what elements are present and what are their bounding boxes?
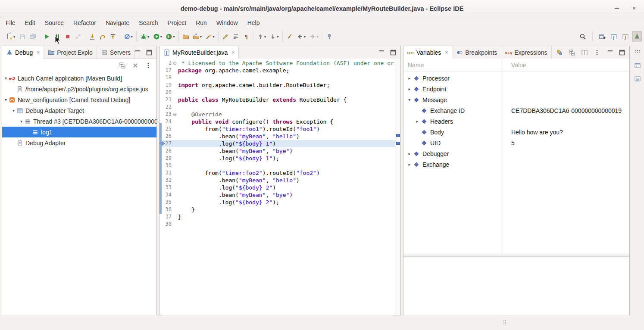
dropdown-arrow-icon[interactable]: ▾: [160, 34, 163, 39]
code-line-25[interactable]: 25 from("timer:foo1").routeId("foo1"): [159, 125, 395, 133]
menu-window[interactable]: Window: [212, 17, 243, 28]
code-line-33[interactable]: 33 .log("${body} 2"): [159, 184, 395, 191]
show-whitespace-button[interactable]: ¶: [241, 31, 251, 42]
dropdown-arrow-icon[interactable]: ▾: [147, 34, 150, 39]
close-icon[interactable]: ×: [445, 50, 448, 56]
terminate-button[interactable]: [63, 31, 72, 42]
view-menu-button[interactable]: [593, 49, 601, 56]
menu-source[interactable]: Source: [40, 17, 69, 28]
close-button[interactable]: ×: [628, 3, 640, 14]
last-edit-button[interactable]: [285, 31, 294, 42]
step-into-button[interactable]: [88, 31, 97, 42]
code-line-26[interactable]: 26 .bean("myBean", "hello"): [159, 133, 395, 140]
run-button[interactable]: ▾: [152, 31, 164, 42]
code-line-28[interactable]: 28 .bean("myBean", "bye"): [159, 147, 395, 155]
menu-search[interactable]: Search: [134, 17, 163, 28]
tree-item-lauch-camel-application-maven-[interactable]: ▾m2Lauch Camel application [Maven Build]: [2, 73, 156, 84]
coverage-button[interactable]: ▾: [164, 31, 176, 42]
minimize-view-button[interactable]: [134, 49, 141, 56]
expander-icon[interactable]: ▸: [414, 119, 421, 124]
dropdown-arrow-icon[interactable]: ▾: [173, 34, 175, 39]
view-menu-button[interactable]: [144, 62, 152, 69]
code-line-30[interactable]: 30: [159, 162, 395, 169]
fold-plus-icon[interactable]: ⊕: [172, 59, 178, 67]
dropdown-arrow-icon[interactable]: ▾: [200, 34, 202, 39]
javaee-perspective-button[interactable]: J: [621, 31, 630, 42]
variable-row-message[interactable]: ▾Message: [403, 94, 629, 105]
import-button[interactable]: ▾: [191, 31, 203, 42]
disconnect-button[interactable]: [73, 31, 83, 42]
overview-ruler[interactable]: [395, 59, 400, 315]
code-line-31[interactable]: 31 from("timer:foo2").routeId("foo2"): [159, 169, 395, 177]
save-all-button[interactable]: [28, 31, 38, 42]
code-line-38[interactable]: 38: [159, 221, 395, 228]
dropdown-arrow-icon[interactable]: ▾: [277, 34, 279, 39]
collapse-all-button[interactable]: [568, 49, 576, 56]
java-perspective-button[interactable]: J: [609, 31, 619, 42]
menu-file[interactable]: File: [1, 17, 20, 28]
variable-row-endpoint[interactable]: ▸Endpoint: [403, 84, 629, 94]
mark-occurrences-button[interactable]: [221, 31, 230, 42]
layout-button[interactable]: [581, 49, 588, 56]
forward-button[interactable]: ▾: [308, 31, 320, 42]
dropdown-arrow-icon[interactable]: ▾: [264, 34, 266, 39]
open-perspective-button[interactable]: [597, 31, 607, 42]
code-line-22[interactable]: 22: [159, 103, 395, 111]
titlebar[interactable]: demo-debug - main/src/main/java/org/apac…: [0, 0, 644, 18]
code-line-23[interactable]: 23⊖ @Override: [159, 111, 395, 118]
expander-icon[interactable]: ▾: [3, 97, 9, 102]
new-wizard-button[interactable]: ▾: [5, 31, 17, 42]
expander-icon[interactable]: ▾: [11, 108, 16, 113]
expander-icon[interactable]: ▾: [3, 76, 9, 81]
next-annotation-button[interactable]: ▾: [268, 31, 280, 42]
overview-annotation-mark[interactable]: [396, 134, 400, 137]
tab-debug[interactable]: Debug×: [2, 46, 44, 59]
console-view-button[interactable]: [634, 62, 641, 69]
dropdown-arrow-icon[interactable]: ▾: [13, 34, 16, 39]
column-header-name[interactable]: Name: [408, 59, 424, 72]
expander-icon[interactable]: ▸: [406, 76, 413, 81]
remove-all-terminated-button[interactable]: [131, 62, 139, 69]
menu-navigate[interactable]: Navigate: [101, 17, 134, 28]
code-line-2[interactable]: 2⊕ * Licensed to the Apache Software Fou…: [159, 59, 395, 67]
variable-row-debugger[interactable]: ▸Debugger: [403, 148, 629, 159]
code-line-37[interactable]: 37}: [159, 213, 395, 221]
variable-row-body[interactable]: BodyHello how are you?: [403, 127, 629, 137]
code-line-32[interactable]: 32 .bean("myBean", "hello"): [159, 177, 395, 184]
collapse-all-button[interactable]: [119, 62, 126, 69]
close-icon[interactable]: ×: [37, 50, 40, 56]
tab-servers[interactable]: Servers: [97, 46, 135, 59]
code-line-21[interactable]: 21public class MyRouteBuilder extends Ro…: [159, 96, 395, 103]
outline-view-button[interactable]: [634, 75, 641, 83]
menu-project[interactable]: Project: [163, 17, 191, 28]
code-editor[interactable]: 2⊕ * Licensed to the Apache Software Fou…: [159, 59, 400, 315]
menu-run[interactable]: Run: [191, 17, 212, 28]
tree-item-debug-adapter-target[interactable]: ▾Debug Adapter Target: [2, 105, 156, 116]
tree-item-home-apupier-p2-pool-plugins-o[interactable]: /home/apupier/.p2/pool/plugins/org.eclip…: [2, 84, 156, 94]
pin-editor-button[interactable]: [325, 31, 334, 42]
maximize-view-button[interactable]: [618, 49, 626, 56]
menu-refactor[interactable]: Refactor: [69, 17, 101, 28]
variable-row-exchange-id[interactable]: Exchange IDCE7DDBA306DC1A6-0000000000000…: [403, 105, 629, 116]
dropdown-arrow-icon[interactable]: ▾: [304, 34, 306, 39]
back-button[interactable]: ▾: [295, 31, 307, 42]
menu-edit[interactable]: Edit: [20, 17, 40, 28]
code-line-29[interactable]: 29 .log("${body} 1");: [159, 155, 395, 162]
minimize-view-button[interactable]: [378, 49, 385, 56]
close-icon[interactable]: ×: [231, 50, 234, 56]
code-line-36[interactable]: 36 }: [159, 206, 395, 213]
variable-row-uid[interactable]: UID5: [403, 137, 629, 148]
tree-item-new-configuration-camel-textua[interactable]: ▾New_configuration [Camel Textual Debug]: [2, 94, 156, 105]
code-line-18[interactable]: 18: [159, 74, 395, 81]
tab-expressions[interactable]: x+yExpressions: [501, 46, 551, 59]
variable-row-processor[interactable]: ▸Processor: [403, 73, 629, 84]
show-logical-structure-button[interactable]: [556, 49, 563, 56]
prev-annotation-button[interactable]: ▾: [256, 31, 268, 42]
overview-annotation-mark[interactable]: [396, 142, 400, 145]
tree-item-debug-adapter[interactable]: Debug Adapter: [2, 137, 156, 148]
debug-perspective-button[interactable]: [632, 31, 642, 42]
variable-row-exchange[interactable]: ▸Exchange: [403, 159, 629, 170]
code-line-35[interactable]: 35 .log("${body} 2");: [159, 199, 395, 206]
code-line-27[interactable]: 27 .log("${body} 1"): [159, 140, 395, 147]
dropdown-arrow-icon[interactable]: ▾: [131, 34, 133, 39]
